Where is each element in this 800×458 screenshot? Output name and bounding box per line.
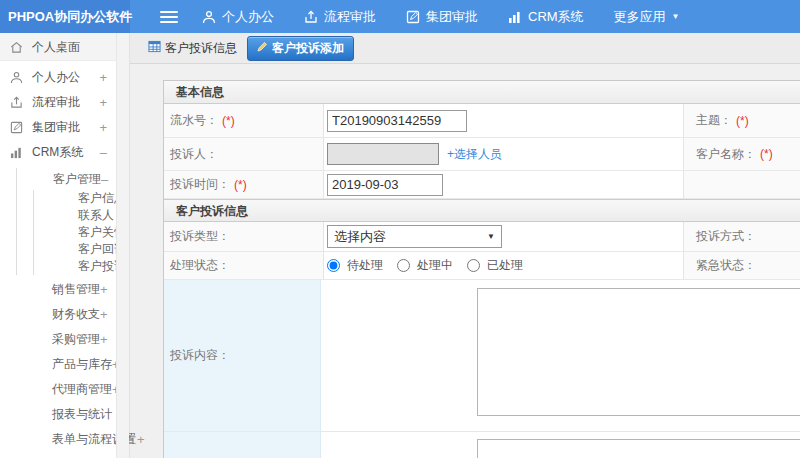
crm-submenu: 客户管理 – 客户信息 联系人 客户关怀 客户回访 客户投诉 bbox=[16, 168, 129, 275]
app-logo: PHPOA协同办公软件 bbox=[0, 0, 130, 33]
share-up-icon bbox=[304, 10, 318, 24]
handle-status-radio-group: 待处理 处理中 已处理 bbox=[327, 257, 523, 274]
required-mark: (*) bbox=[736, 114, 749, 128]
sidebar-item-desktop[interactable]: 个人桌面 bbox=[0, 33, 129, 61]
customer-name-label: 客户名称：(*) bbox=[684, 138, 800, 170]
tab-bar: 客户投诉信息 客户投诉添加 bbox=[130, 33, 800, 64]
complaint-form: 基本信息 流水号：(*) 主题：(*) 投诉人： bbox=[163, 80, 800, 458]
topnav-personal-office[interactable]: 个人办公 bbox=[202, 8, 274, 26]
caret-down-icon: ▼ bbox=[672, 13, 680, 21]
user-icon bbox=[10, 71, 24, 84]
expand-icon[interactable]: + bbox=[100, 307, 108, 322]
menu-toggle-icon[interactable] bbox=[160, 0, 178, 33]
tab-complaint-list[interactable]: 客户投诉信息 bbox=[148, 40, 237, 57]
expand-icon[interactable]: + bbox=[100, 282, 108, 297]
form-row-complaint-type: 投诉类型： 选择内容 ▼ 投诉方式： bbox=[164, 222, 800, 252]
collapse-icon[interactable]: – bbox=[101, 172, 108, 187]
sidebar-item-workflow-approval[interactable]: 流程审批 + bbox=[0, 90, 129, 115]
serial-input[interactable] bbox=[327, 110, 467, 132]
required-mark: (*) bbox=[234, 178, 247, 192]
sidebar-item-customer-complaint[interactable]: 客户投诉 bbox=[34, 258, 129, 275]
complaint-content-label: 投诉内容： bbox=[164, 280, 321, 431]
urgency-label: 紧急状态： bbox=[684, 252, 800, 279]
sidebar-item-customer-care[interactable]: 客户关怀 bbox=[34, 224, 129, 241]
collapse-icon[interactable]: – bbox=[100, 145, 107, 160]
expand-icon[interactable]: + bbox=[100, 332, 108, 347]
share-up-icon bbox=[10, 96, 24, 109]
radio-processing[interactable] bbox=[397, 259, 410, 272]
topnav-group-approval[interactable]: 集团审批 bbox=[406, 8, 478, 26]
handle-status-label: 处理状态： bbox=[164, 252, 324, 279]
sidebar-item-customer-mgmt[interactable]: 客户管理 – bbox=[17, 168, 129, 190]
sidebar-item-personal-office[interactable]: 个人办公 + bbox=[0, 65, 129, 90]
topnav-more-apps[interactable]: 更多应用 ▼ bbox=[614, 8, 680, 26]
bar-chart-icon bbox=[10, 146, 24, 159]
sidebar-item-purchasing[interactable]: 采购管理 + bbox=[0, 328, 129, 350]
sidebar-item-group-approval[interactable]: 集团审批 + bbox=[0, 115, 129, 140]
expand-icon[interactable]: + bbox=[99, 95, 107, 110]
sidebar-item-customer-revisit[interactable]: 客户回访 bbox=[34, 241, 129, 258]
serial-label: 流水号：(*) bbox=[164, 104, 324, 137]
complainant-label: 投诉人： bbox=[164, 138, 324, 170]
required-mark: (*) bbox=[222, 114, 235, 128]
form-row-complainant: 投诉人： +选择人员 客户名称：(*) bbox=[164, 138, 800, 171]
required-mark: (*) bbox=[760, 147, 773, 161]
form-row-extra bbox=[164, 432, 800, 458]
complaint-time-input[interactable] bbox=[327, 174, 443, 196]
sidebar-item-reports[interactable]: 报表与统计 bbox=[0, 403, 129, 425]
section-complaint-info: 客户投诉信息 bbox=[164, 199, 800, 222]
top-nav: 个人办公 流程审批 集团审批 CRM系统 更多应用 ▼ bbox=[202, 0, 680, 33]
sidebar-item-products-inventory[interactable]: 产品与库存 + bbox=[0, 353, 129, 375]
sidebar-item-finance[interactable]: 财务收支 + bbox=[0, 303, 129, 325]
top-bar: PHPOA协同办公软件 个人办公 流程审批 集团审批 CRM系统 更多应用 ▼ bbox=[0, 0, 800, 33]
user-icon bbox=[202, 10, 216, 24]
expand-icon[interactable]: + bbox=[137, 432, 145, 447]
tab-complaint-add[interactable]: 客户投诉添加 bbox=[247, 36, 354, 61]
complaint-type-select[interactable]: 选择内容 ▼ bbox=[327, 225, 502, 248]
sidebar-item-sales-mgmt[interactable]: 销售管理 + bbox=[0, 278, 129, 300]
sidebar-scrollbar[interactable] bbox=[116, 33, 129, 458]
expand-icon[interactable]: + bbox=[99, 70, 107, 85]
radio-processed[interactable] bbox=[467, 259, 480, 272]
extra-label bbox=[164, 432, 321, 458]
form-row-complaint-content: 投诉内容： bbox=[164, 280, 800, 432]
main-content: 客户投诉信息 客户投诉添加 基本信息 流水号：(*) 主题：(*) bbox=[130, 33, 800, 458]
edit-icon bbox=[10, 121, 24, 134]
complaint-method-label: 投诉方式： bbox=[684, 222, 800, 251]
bar-chart-icon bbox=[508, 10, 522, 24]
complainant-input bbox=[327, 143, 439, 165]
home-icon bbox=[10, 41, 24, 54]
radio-pending[interactable] bbox=[327, 259, 340, 272]
complaint-type-label: 投诉类型： bbox=[164, 222, 324, 251]
table-icon bbox=[148, 40, 161, 56]
customer-submenu: 客户信息 联系人 客户关怀 客户回访 客户投诉 bbox=[33, 190, 129, 275]
complaint-time-label: 投诉时间：(*) bbox=[164, 171, 324, 198]
sidebar-item-customer-info[interactable]: 客户信息 bbox=[34, 190, 129, 207]
sidebar-item-form-flow-settings[interactable]: 表单与流程设置 + bbox=[0, 428, 129, 450]
edit-icon bbox=[406, 10, 420, 24]
add-edit-icon bbox=[257, 41, 268, 55]
form-row-serial: 流水号：(*) 主题：(*) bbox=[164, 104, 800, 138]
caret-down-icon: ▼ bbox=[487, 232, 495, 241]
expand-icon[interactable]: + bbox=[99, 120, 107, 135]
sidebar-item-crm[interactable]: CRM系统 – bbox=[0, 140, 129, 165]
extra-textarea[interactable] bbox=[477, 439, 800, 458]
sidebar-item-agents[interactable]: 代理商管理 + bbox=[0, 378, 129, 400]
section-basic-info: 基本信息 bbox=[164, 81, 800, 104]
topnav-workflow-approval[interactable]: 流程审批 bbox=[304, 8, 376, 26]
subject-label: 主题：(*) bbox=[684, 104, 800, 137]
complaint-content-textarea[interactable] bbox=[477, 288, 800, 416]
sidebar: 个人桌面 个人办公 + 流程审批 + 集团审批 + CRM系统 – 客户管理 – bbox=[0, 33, 130, 458]
topnav-crm-system[interactable]: CRM系统 bbox=[508, 8, 584, 26]
select-person-link[interactable]: +选择人员 bbox=[447, 146, 502, 163]
form-row-complaint-time: 投诉时间：(*) bbox=[164, 171, 800, 199]
form-row-handle-status: 处理状态： 待处理 处理中 已处理 紧急状态： bbox=[164, 252, 800, 280]
sidebar-item-contacts[interactable]: 联系人 bbox=[34, 207, 129, 224]
